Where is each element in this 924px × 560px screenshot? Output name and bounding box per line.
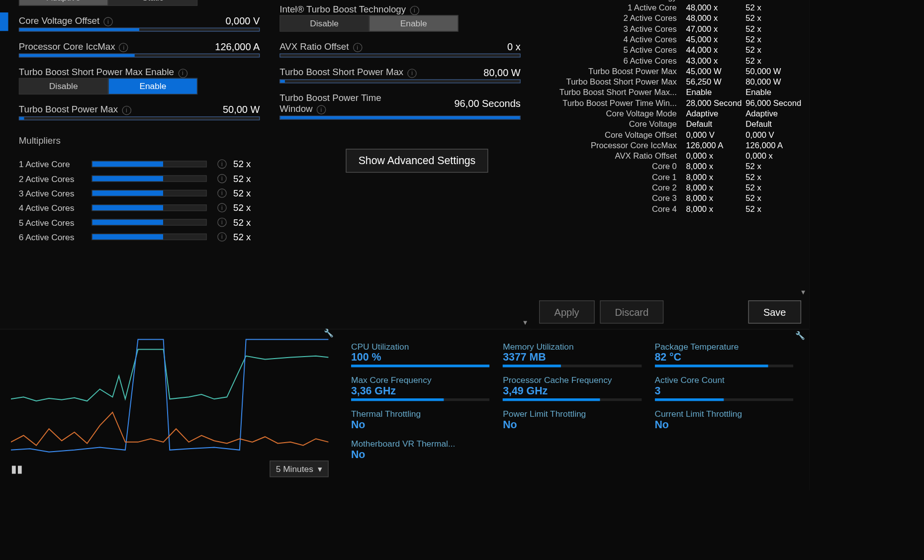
- tb-short-max-value[interactable]: 80,00 W: [483, 67, 520, 78]
- multiplier-value[interactable]: 52 x: [233, 217, 260, 227]
- subnav-cache[interactable]: Cache: [0, 59, 8, 73]
- metric-value: No: [351, 449, 490, 461]
- enable-option[interactable]: Enable: [108, 78, 198, 94]
- info-icon[interactable]: i: [217, 160, 227, 169]
- row-name: Core 4: [539, 204, 682, 214]
- tb-power-max-value[interactable]: 50,00 W: [223, 104, 260, 115]
- info-icon[interactable]: i: [122, 106, 131, 115]
- multiplier-slider[interactable]: [92, 204, 207, 211]
- info-icon[interactable]: i: [407, 69, 417, 78]
- metric-value: No: [503, 419, 642, 431]
- nav-basic-tuning[interactable]: Basic Tuning: [0, 0, 8, 12]
- row-name: 6 Active Cores: [539, 56, 682, 66]
- pause-button[interactable]: ▮▮: [11, 463, 23, 475]
- discard-button[interactable]: Discard: [600, 300, 664, 324]
- show-advanced-button[interactable]: Show Advanced Settings: [346, 149, 488, 173]
- disable-option[interactable]: Disable: [19, 78, 108, 94]
- info-icon[interactable]: i: [178, 69, 187, 78]
- avx-ratio-value[interactable]: 0 x: [507, 41, 521, 52]
- core-voltage-mode-toggle[interactable]: Adaptive Static: [19, 0, 197, 6]
- multiplier-slider[interactable]: [92, 234, 207, 240]
- controls-col-right: Core Voltagei Default Intel® Turbo Boost…: [279, 0, 520, 322]
- metric-label: Motherboard VR Thermal...: [351, 439, 490, 449]
- row-proposed: 52 x: [741, 183, 801, 192]
- nav-advanced-tuning[interactable]: Advanced Tuning: [0, 12, 8, 31]
- info-icon[interactable]: i: [103, 17, 113, 26]
- multiplier-label: 4 Active Cores: [19, 203, 85, 213]
- disable-option[interactable]: Disable: [279, 15, 369, 31]
- tb-power-max-slider[interactable]: [19, 116, 260, 120]
- save-button[interactable]: Save: [748, 300, 801, 324]
- multiplier-row: 3 Active Cores i 52 x: [19, 188, 260, 198]
- tb-short-max-slider[interactable]: [279, 79, 520, 83]
- row-default: 56,250 W: [682, 77, 741, 87]
- subnav-all-controls[interactable]: All Controls: [0, 31, 8, 45]
- multiplier-slider[interactable]: [92, 175, 207, 182]
- avx-ratio-slider[interactable]: [279, 54, 520, 58]
- info-icon[interactable]: i: [217, 203, 227, 212]
- multiplier-value[interactable]: 52 x: [233, 232, 260, 242]
- iccmax-value[interactable]: 126,000 A: [215, 41, 260, 52]
- multiplier-slider[interactable]: [92, 219, 207, 225]
- info-icon[interactable]: i: [317, 105, 326, 114]
- nav-benchmarking[interactable]: Benchmarking: [0, 105, 8, 123]
- core-voltage-offset-slider[interactable]: [19, 28, 260, 32]
- avx-ratio-label: AVX Ratio Offseti: [279, 41, 362, 52]
- row-default: 8,000 x: [682, 162, 741, 172]
- info-icon[interactable]: i: [353, 43, 362, 52]
- monitor-graph: [11, 336, 329, 456]
- row-proposed: 50,000 W: [741, 67, 801, 76]
- table-row: 4 Active Cores 45,000 x 52 x: [539, 34, 801, 45]
- adaptive-option[interactable]: Adaptive: [19, 0, 108, 6]
- row-default: Default: [682, 120, 741, 129]
- row-proposed: 52 x: [741, 35, 801, 44]
- turbo-tech-toggle[interactable]: Disable Enable: [279, 15, 458, 31]
- time-range-select[interactable]: 5 Minutes ▾: [270, 461, 329, 477]
- info-icon[interactable]: i: [217, 174, 227, 184]
- info-icon[interactable]: i: [410, 6, 419, 15]
- row-default: 8,000 x: [682, 183, 741, 192]
- metric-tile: Package Temperature 82 °C: [654, 342, 793, 368]
- info-icon[interactable]: i: [119, 43, 128, 52]
- subnav-core[interactable]: Core: [0, 45, 8, 59]
- nav-stress-test[interactable]: Stress Test: [0, 87, 8, 105]
- scroll-down-icon[interactable]: ▼: [800, 288, 807, 296]
- subnav-other[interactable]: Other: [0, 73, 8, 87]
- scroll-down-icon[interactable]: ▼: [522, 319, 529, 326]
- multiplier-row: 5 Active Cores i 52 x: [19, 217, 260, 227]
- multiplier-slider[interactable]: [92, 190, 207, 196]
- iccmax-slider[interactable]: [19, 54, 260, 58]
- static-option[interactable]: Static: [108, 0, 198, 6]
- metric-label: Package Temperature: [654, 342, 793, 352]
- apply-button[interactable]: Apply: [539, 300, 594, 324]
- nav-app-profile-pairing[interactable]: App-Profile Pairing: [0, 142, 8, 161]
- row-default: Enable: [682, 88, 741, 97]
- enable-option[interactable]: Enable: [369, 15, 459, 31]
- row-name: Turbo Boost Short Power Max: [539, 77, 682, 87]
- row-proposed: Enable: [741, 0, 801, 2]
- metric-label: Active Core Count: [654, 375, 793, 385]
- core-voltage-offset-value[interactable]: 0,000 V: [225, 15, 260, 26]
- multiplier-value[interactable]: 52 x: [233, 173, 260, 184]
- info-icon[interactable]: i: [217, 188, 227, 198]
- tb-short-enable-toggle[interactable]: Disable Enable: [19, 78, 197, 94]
- wrench-icon[interactable]: 🔧: [795, 331, 805, 340]
- multiplier-value[interactable]: 52 x: [233, 188, 260, 198]
- tb-time-window-slider[interactable]: [279, 116, 520, 120]
- info-icon[interactable]: i: [217, 232, 227, 242]
- multiplier-row: 4 Active Cores i 52 x: [19, 202, 260, 213]
- controls-col-left: Core Voltage Modei Adaptive Static Core …: [19, 0, 260, 322]
- metric-tile: Motherboard VR Thermal... No: [351, 439, 490, 461]
- multiplier-slider[interactable]: [92, 161, 207, 167]
- metrics-grid: 🔧 CPU Utilization 100 % Memory Utilizati…: [335, 330, 809, 490]
- row-proposed: 96,000 Seconds: [741, 98, 801, 108]
- row-proposed: 52 x: [741, 46, 801, 55]
- row-default: 43,000 x: [682, 56, 741, 66]
- tb-time-window-value[interactable]: 96,00 Seconds: [455, 98, 521, 109]
- row-name: Core 1: [539, 173, 682, 182]
- multiplier-value[interactable]: 52 x: [233, 202, 260, 213]
- info-icon[interactable]: i: [217, 218, 227, 227]
- row-name: Processor Core IccMax: [539, 141, 682, 150]
- nav-profiles[interactable]: Profiles: [0, 124, 8, 142]
- multiplier-value[interactable]: 52 x: [233, 159, 260, 169]
